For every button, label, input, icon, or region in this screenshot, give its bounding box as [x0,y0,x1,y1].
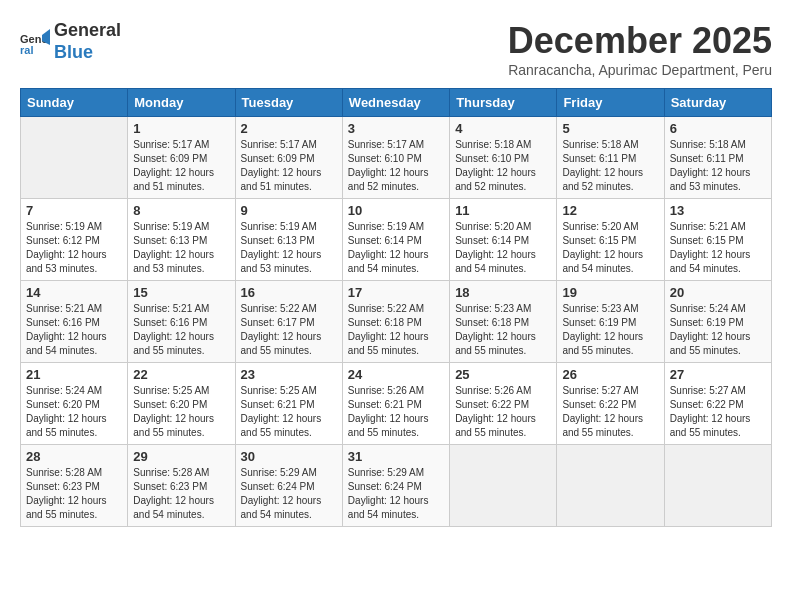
day-info: Sunrise: 5:17 AM Sunset: 6:10 PM Dayligh… [348,138,444,194]
logo-text-line1: General [54,20,121,42]
calendar-cell: 11Sunrise: 5:20 AM Sunset: 6:14 PM Dayli… [450,199,557,281]
day-info: Sunrise: 5:29 AM Sunset: 6:24 PM Dayligh… [241,466,337,522]
location: Ranracancha, Apurimac Department, Peru [508,62,772,78]
page-header: Gene ral General Blue December 2025 Ranr… [20,20,772,78]
calendar-cell: 29Sunrise: 5:28 AM Sunset: 6:23 PM Dayli… [128,445,235,527]
calendar-cell: 23Sunrise: 5:25 AM Sunset: 6:21 PM Dayli… [235,363,342,445]
calendar-cell: 7Sunrise: 5:19 AM Sunset: 6:12 PM Daylig… [21,199,128,281]
day-number: 29 [133,449,229,464]
day-number: 13 [670,203,766,218]
calendar-week-row: 21Sunrise: 5:24 AM Sunset: 6:20 PM Dayli… [21,363,772,445]
calendar-cell: 16Sunrise: 5:22 AM Sunset: 6:17 PM Dayli… [235,281,342,363]
day-info: Sunrise: 5:28 AM Sunset: 6:23 PM Dayligh… [133,466,229,522]
calendar-cell: 1Sunrise: 5:17 AM Sunset: 6:09 PM Daylig… [128,117,235,199]
calendar-cell: 13Sunrise: 5:21 AM Sunset: 6:15 PM Dayli… [664,199,771,281]
day-number: 26 [562,367,658,382]
day-number: 30 [241,449,337,464]
calendar-table: SundayMondayTuesdayWednesdayThursdayFrid… [20,88,772,527]
day-info: Sunrise: 5:19 AM Sunset: 6:13 PM Dayligh… [133,220,229,276]
calendar-cell: 22Sunrise: 5:25 AM Sunset: 6:20 PM Dayli… [128,363,235,445]
calendar-cell [664,445,771,527]
day-number: 5 [562,121,658,136]
day-info: Sunrise: 5:27 AM Sunset: 6:22 PM Dayligh… [670,384,766,440]
day-number: 22 [133,367,229,382]
day-info: Sunrise: 5:22 AM Sunset: 6:18 PM Dayligh… [348,302,444,358]
calendar-cell: 4Sunrise: 5:18 AM Sunset: 6:10 PM Daylig… [450,117,557,199]
day-info: Sunrise: 5:21 AM Sunset: 6:15 PM Dayligh… [670,220,766,276]
day-info: Sunrise: 5:21 AM Sunset: 6:16 PM Dayligh… [26,302,122,358]
day-info: Sunrise: 5:20 AM Sunset: 6:14 PM Dayligh… [455,220,551,276]
day-info: Sunrise: 5:26 AM Sunset: 6:21 PM Dayligh… [348,384,444,440]
day-info: Sunrise: 5:27 AM Sunset: 6:22 PM Dayligh… [562,384,658,440]
calendar-cell: 15Sunrise: 5:21 AM Sunset: 6:16 PM Dayli… [128,281,235,363]
calendar-cell: 31Sunrise: 5:29 AM Sunset: 6:24 PM Dayli… [342,445,449,527]
day-info: Sunrise: 5:18 AM Sunset: 6:11 PM Dayligh… [562,138,658,194]
calendar-cell: 19Sunrise: 5:23 AM Sunset: 6:19 PM Dayli… [557,281,664,363]
calendar-cell: 24Sunrise: 5:26 AM Sunset: 6:21 PM Dayli… [342,363,449,445]
day-info: Sunrise: 5:18 AM Sunset: 6:10 PM Dayligh… [455,138,551,194]
day-number: 16 [241,285,337,300]
calendar-cell: 14Sunrise: 5:21 AM Sunset: 6:16 PM Dayli… [21,281,128,363]
day-number: 11 [455,203,551,218]
day-number: 28 [26,449,122,464]
day-number: 4 [455,121,551,136]
day-info: Sunrise: 5:24 AM Sunset: 6:20 PM Dayligh… [26,384,122,440]
calendar-cell: 26Sunrise: 5:27 AM Sunset: 6:22 PM Dayli… [557,363,664,445]
day-info: Sunrise: 5:22 AM Sunset: 6:17 PM Dayligh… [241,302,337,358]
day-number: 1 [133,121,229,136]
header-saturday: Saturday [664,89,771,117]
calendar-cell: 10Sunrise: 5:19 AM Sunset: 6:14 PM Dayli… [342,199,449,281]
day-number: 20 [670,285,766,300]
day-number: 21 [26,367,122,382]
day-number: 15 [133,285,229,300]
calendar-cell: 20Sunrise: 5:24 AM Sunset: 6:19 PM Dayli… [664,281,771,363]
header-thursday: Thursday [450,89,557,117]
calendar-cell: 27Sunrise: 5:27 AM Sunset: 6:22 PM Dayli… [664,363,771,445]
calendar-header-row: SundayMondayTuesdayWednesdayThursdayFrid… [21,89,772,117]
header-sunday: Sunday [21,89,128,117]
svg-text:ral: ral [20,44,33,56]
day-number: 17 [348,285,444,300]
calendar-cell: 18Sunrise: 5:23 AM Sunset: 6:18 PM Dayli… [450,281,557,363]
day-info: Sunrise: 5:19 AM Sunset: 6:14 PM Dayligh… [348,220,444,276]
calendar-cell: 21Sunrise: 5:24 AM Sunset: 6:20 PM Dayli… [21,363,128,445]
day-info: Sunrise: 5:21 AM Sunset: 6:16 PM Dayligh… [133,302,229,358]
calendar-cell: 2Sunrise: 5:17 AM Sunset: 6:09 PM Daylig… [235,117,342,199]
day-info: Sunrise: 5:20 AM Sunset: 6:15 PM Dayligh… [562,220,658,276]
calendar-cell: 17Sunrise: 5:22 AM Sunset: 6:18 PM Dayli… [342,281,449,363]
calendar-cell: 9Sunrise: 5:19 AM Sunset: 6:13 PM Daylig… [235,199,342,281]
header-wednesday: Wednesday [342,89,449,117]
day-number: 7 [26,203,122,218]
calendar-week-row: 14Sunrise: 5:21 AM Sunset: 6:16 PM Dayli… [21,281,772,363]
calendar-cell: 8Sunrise: 5:19 AM Sunset: 6:13 PM Daylig… [128,199,235,281]
calendar-cell: 25Sunrise: 5:26 AM Sunset: 6:22 PM Dayli… [450,363,557,445]
logo: Gene ral General Blue [20,20,121,63]
calendar-cell: 3Sunrise: 5:17 AM Sunset: 6:10 PM Daylig… [342,117,449,199]
day-number: 23 [241,367,337,382]
header-tuesday: Tuesday [235,89,342,117]
day-number: 18 [455,285,551,300]
day-number: 10 [348,203,444,218]
day-info: Sunrise: 5:25 AM Sunset: 6:20 PM Dayligh… [133,384,229,440]
day-number: 8 [133,203,229,218]
day-number: 19 [562,285,658,300]
title-block: December 2025 Ranracancha, Apurimac Depa… [508,20,772,78]
day-info: Sunrise: 5:17 AM Sunset: 6:09 PM Dayligh… [241,138,337,194]
day-info: Sunrise: 5:18 AM Sunset: 6:11 PM Dayligh… [670,138,766,194]
day-info: Sunrise: 5:19 AM Sunset: 6:13 PM Dayligh… [241,220,337,276]
day-info: Sunrise: 5:23 AM Sunset: 6:18 PM Dayligh… [455,302,551,358]
calendar-cell [21,117,128,199]
day-info: Sunrise: 5:19 AM Sunset: 6:12 PM Dayligh… [26,220,122,276]
day-info: Sunrise: 5:25 AM Sunset: 6:21 PM Dayligh… [241,384,337,440]
calendar-cell: 30Sunrise: 5:29 AM Sunset: 6:24 PM Dayli… [235,445,342,527]
calendar-week-row: 1Sunrise: 5:17 AM Sunset: 6:09 PM Daylig… [21,117,772,199]
day-number: 14 [26,285,122,300]
day-info: Sunrise: 5:23 AM Sunset: 6:19 PM Dayligh… [562,302,658,358]
calendar-cell [557,445,664,527]
logo-text-line2: Blue [54,42,121,64]
day-number: 12 [562,203,658,218]
day-number: 9 [241,203,337,218]
day-info: Sunrise: 5:29 AM Sunset: 6:24 PM Dayligh… [348,466,444,522]
calendar-cell: 6Sunrise: 5:18 AM Sunset: 6:11 PM Daylig… [664,117,771,199]
day-number: 3 [348,121,444,136]
